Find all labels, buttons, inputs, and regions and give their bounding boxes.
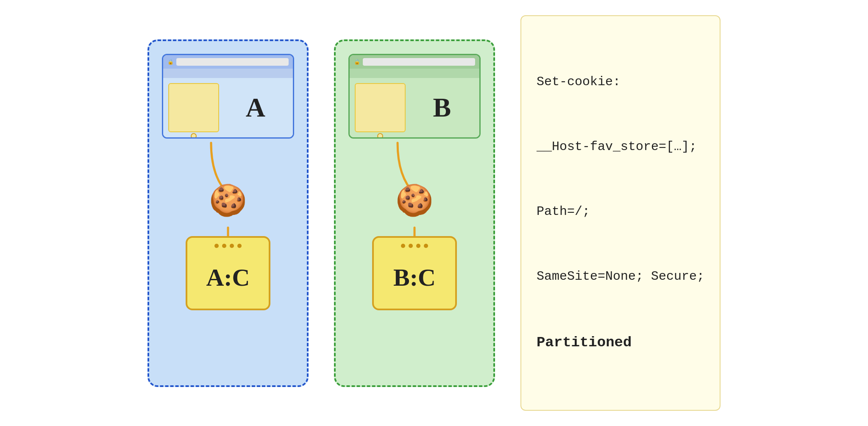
dot1-b [401, 244, 405, 248]
browser-content-a: A [163, 78, 293, 137]
lock-icon-a: 🔒 [167, 59, 174, 65]
dot1-a [214, 244, 219, 248]
cookie-b: 🍪 [395, 182, 434, 218]
url-bar-a [176, 58, 289, 66]
browser-label-a: A [223, 83, 288, 132]
lock-icon-b: 🔒 [354, 59, 360, 65]
dot2-a [222, 244, 226, 248]
dot4-a [237, 244, 242, 248]
right-partition-wrapper: 🔒 B 🍪 [334, 39, 495, 387]
right-partition-box: 🔒 B 🍪 [334, 39, 495, 387]
sidebar-dot-b [377, 133, 383, 139]
browser-titlebar-a: 🔒 [163, 55, 293, 69]
storage-dots-a [187, 244, 269, 248]
code-line-2: __Host-fav_store=[…]; [537, 136, 704, 158]
code-line-3: Path=/; [537, 201, 704, 223]
storage-dots-b [374, 244, 455, 248]
browser-toolbar-a [163, 69, 293, 78]
url-bar-b [363, 58, 475, 66]
storage-box-a: A:C [186, 236, 270, 310]
code-line-4: SameSite=None; Secure; [537, 266, 704, 287]
dot2-b [409, 244, 413, 248]
left-partition-box: 🔒 A 🍪 [147, 39, 309, 387]
storage-box-b: B:C [372, 236, 457, 310]
browser-window-b: 🔒 B [348, 54, 481, 139]
dot4-b [424, 244, 428, 248]
browser-titlebar-b: 🔒 [350, 55, 479, 69]
browser-sidebar-a [168, 83, 219, 132]
sidebar-dot-a [191, 133, 197, 139]
browser-window-a: 🔒 A [162, 54, 294, 139]
code-line-1: Set-cookie: [537, 71, 704, 93]
cookie-a: 🍪 [209, 182, 247, 218]
dot3-b [416, 244, 420, 248]
browser-toolbar-b [350, 69, 479, 78]
browser-label-b: B [410, 83, 474, 132]
browser-content-b: B [350, 78, 479, 137]
main-container: 🔒 A 🍪 [131, 0, 737, 426]
code-box: Set-cookie: __Host-fav_store=[…]; Path=/… [520, 15, 721, 411]
code-line-partitioned: Partitioned [537, 331, 704, 355]
browser-sidebar-b [355, 83, 406, 132]
left-partition-wrapper: 🔒 A 🍪 [147, 39, 309, 387]
storage-label-a: A:C [206, 263, 250, 292]
dot3-a [230, 244, 234, 248]
storage-label-b: B:C [393, 263, 436, 292]
